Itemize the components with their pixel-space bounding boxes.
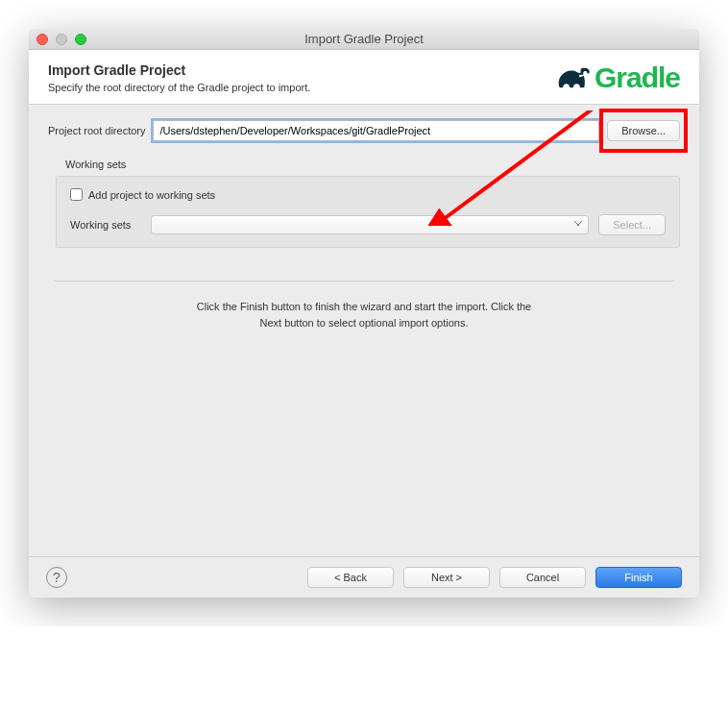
root-dir-input[interactable] [153,120,599,141]
help-icon[interactable]: ? [46,567,67,588]
page-subtitle: Specify the root directory of the Gradle… [48,82,310,93]
ws-select[interactable] [151,215,589,234]
titlebar[interactable]: Import Gradle Project [29,29,699,50]
cancel-button[interactable]: Cancel [499,567,586,588]
window-title: Import Gradle Project [29,32,699,46]
hint-line-1: Click the Finish button to finish the wi… [86,299,642,315]
hint-line-2: Next button to select optional import op… [86,315,642,331]
gradle-logo-text: Gradle [595,61,680,94]
hint-text: Click the Finish button to finish the wi… [48,299,680,330]
dialog-content: Project root directory Browse... Working… [29,105,699,556]
project-root-row: Project root directory Browse... [48,120,680,141]
next-button[interactable]: Next > [403,567,490,588]
select-button: Select... [598,214,666,235]
add-to-ws-label[interactable]: Add project to working sets [88,189,215,201]
dialog-window: Import Gradle Project Import Gradle Proj… [29,29,699,598]
working-sets-section: Working sets Add project to working sets… [48,159,680,248]
add-to-ws-checkbox[interactable] [70,188,83,201]
working-sets-panel: Add project to working sets Working sets… [56,176,680,248]
finish-button[interactable]: Finish [595,567,682,588]
add-to-ws-row: Add project to working sets [70,188,666,201]
browse-button[interactable]: Browse... [607,120,680,141]
divider [54,281,674,281]
dialog-header: Import Gradle Project Specify the root d… [29,50,699,105]
gradle-elephant-icon [554,63,591,92]
working-sets-label: Working sets [65,159,680,170]
svg-point-0 [579,75,581,77]
ws-select-row: Working sets Select... [70,214,666,235]
gradle-logo: Gradle [554,61,680,94]
root-dir-label: Project root directory [48,125,145,136]
dialog-footer: ? < Back Next > Cancel Finish [29,556,699,598]
browse-highlight: Browse... [599,109,688,153]
back-button[interactable]: < Back [307,567,394,588]
ws-select-label: Working sets [70,219,141,231]
page-title: Import Gradle Project [48,62,310,78]
